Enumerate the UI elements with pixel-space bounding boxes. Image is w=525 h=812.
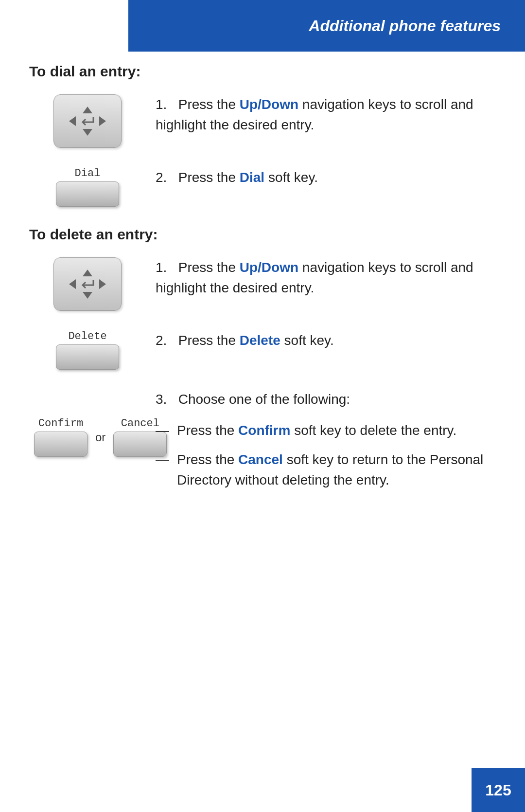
nav-center-row [69, 115, 106, 127]
delete-step1-row: 1. Press the Up/Down navigation keys to … [29, 257, 496, 311]
delete-step3-intro-text: Choose one of the following: [178, 392, 350, 407]
sub-step-2: Press the Cancel soft key to return to t… [156, 450, 496, 490]
nav-center-row-delete [69, 278, 106, 290]
delete-step3-number: 3. [156, 392, 167, 407]
nav-left-arrow-icon-delete [69, 279, 76, 289]
sub-list-area: Press the Confirm soft key to delete the… [146, 413, 496, 499]
dial-step2-text-after: soft key. [264, 170, 318, 185]
sub-steps-list: Press the Confirm soft key to delete the… [156, 420, 496, 490]
sub-step-1: Press the Confirm soft key to delete the… [156, 420, 496, 441]
sub-step-1-content: Press the Confirm soft key to delete the… [177, 420, 456, 441]
dial-step2-row: Dial 2. Press the Dial soft key. [29, 167, 496, 207]
sub-step-2-content: Press the Cancel soft key to return to t… [177, 450, 496, 490]
delete-step1-highlight: Up/Down [240, 260, 298, 275]
confirm-key-label: Confirm [38, 417, 83, 430]
nav-key-icon-area-dial [29, 94, 146, 148]
nav-down-arrow-icon [83, 129, 92, 136]
delete-step2-text: 2. Press the Delete soft key. [146, 330, 496, 351]
delete-step1-text: 1. Press the Up/Down navigation keys to … [146, 257, 496, 298]
nav-down-arrow-icon-delete [83, 292, 92, 299]
sub1-text-before: Press the [177, 423, 238, 438]
sub2-highlight: Cancel [238, 452, 283, 467]
dial-step2-highlight: Dial [240, 170, 264, 185]
navigation-key-icon-delete [53, 257, 122, 311]
sub2-text-before: Press the [177, 452, 238, 467]
delete-step1-number: 1. [156, 260, 167, 275]
dial-step1-highlight: Up/Down [240, 97, 298, 112]
dial-key-button[interactable] [56, 181, 119, 207]
nav-key-inner [69, 107, 106, 136]
main-content: To dial an entry: [29, 63, 496, 763]
page-title: Additional phone features [309, 17, 501, 35]
dial-soft-key: Dial [56, 167, 119, 207]
nav-enter-icon-delete [80, 278, 95, 290]
page-number: 125 [485, 781, 511, 799]
delete-key-label: Delete [68, 330, 106, 343]
dial-step1-text-before: Press the [178, 97, 240, 112]
delete-soft-key-area: Delete [29, 330, 146, 370]
dial-step2-text: 2. Press the Dial soft key. [146, 167, 496, 188]
delete-step3-intro: 3. Choose one of the following: [156, 389, 496, 410]
confirm-cancel-keys-area: Confirm or Cancel [29, 413, 146, 457]
delete-section-heading: To delete an entry: [29, 226, 496, 243]
dial-key-label: Dial [75, 167, 101, 180]
nav-up-arrow-icon [83, 107, 92, 113]
nav-key-icon-area-delete [29, 257, 146, 311]
nav-left-arrow-icon [69, 116, 76, 126]
confirm-soft-key: Confirm [34, 417, 88, 457]
dial-soft-key-area: Dial [29, 167, 146, 207]
confirm-key-button[interactable] [34, 432, 88, 457]
dial-step2-number: 2. [156, 170, 167, 185]
navigation-key-icon-dial [53, 94, 122, 148]
delete-step2-row: Delete 2. Press the Delete soft key. [29, 330, 496, 370]
dial-step1-number: 1. [156, 97, 167, 112]
or-text: or [95, 431, 105, 444]
delete-section: To delete an entry: [29, 226, 496, 499]
nav-key-inner-delete [69, 270, 106, 299]
dial-step1-text: 1. Press the Up/Down navigation keys to … [146, 94, 496, 135]
delete-soft-key: Delete [56, 330, 119, 370]
sub1-highlight: Confirm [238, 423, 290, 438]
header-bar: Additional phone features [128, 0, 525, 52]
page-number-box: 125 [472, 768, 525, 812]
dial-section-heading: To dial an entry: [29, 63, 496, 80]
delete-step1-text-before: Press the [178, 260, 240, 275]
nav-right-arrow-icon-delete [99, 279, 106, 289]
confirm-cancel-section: Confirm or Cancel Press the Confirm soft… [29, 413, 496, 499]
delete-step2-highlight: Delete [240, 333, 280, 348]
nav-right-arrow-icon [99, 116, 106, 126]
nav-up-arrow-icon-delete [83, 270, 92, 276]
sub1-text-after: soft key to delete the entry. [290, 423, 456, 438]
nav-enter-icon [80, 115, 95, 127]
delete-step2-text-after: soft key. [280, 333, 334, 348]
delete-step2-text-before: Press the [178, 333, 240, 348]
delete-step2-number: 2. [156, 333, 167, 348]
delete-key-button[interactable] [56, 344, 119, 370]
dial-step2-text-before: Press the [178, 170, 240, 185]
dial-step1-row: 1. Press the Up/Down navigation keys to … [29, 94, 496, 148]
